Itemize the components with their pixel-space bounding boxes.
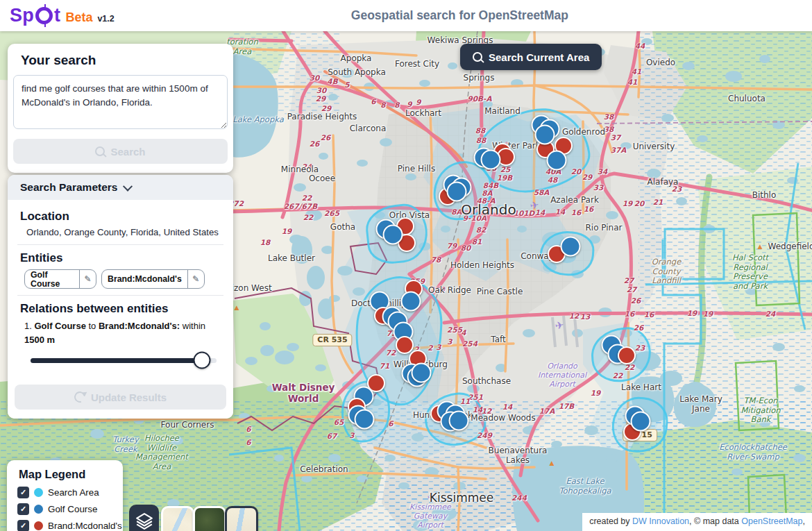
layer-option-satellite[interactable] bbox=[193, 506, 226, 531]
update-results-button[interactable]: Update Results bbox=[15, 385, 226, 410]
relations-heading: Relations between entities bbox=[20, 302, 226, 316]
relation-index: 1. bbox=[24, 321, 32, 331]
attribution-text: created by bbox=[589, 516, 632, 526]
golf-course-marker[interactable] bbox=[561, 237, 581, 257]
search-panel: Your search find me golf courses that ar… bbox=[8, 44, 233, 173]
map-attribution: created by DW Innovation, © map data Ope… bbox=[582, 513, 812, 531]
golf-course-marker[interactable] bbox=[631, 412, 651, 432]
golf-course-marker[interactable] bbox=[383, 225, 403, 245]
golf-course-marker[interactable] bbox=[355, 410, 375, 430]
search-current-area-button[interactable]: Search Current Area bbox=[460, 44, 602, 70]
chevron-down-icon bbox=[123, 182, 133, 192]
openstreetmap-link[interactable]: OpenStreetMap bbox=[741, 516, 802, 526]
search-button[interactable]: Search bbox=[13, 139, 228, 164]
golf-course-marker[interactable] bbox=[401, 292, 421, 312]
legend-item: ✓Golf Course bbox=[17, 503, 117, 515]
relation-distance-value: 1500 m bbox=[24, 335, 55, 345]
app-header: Spt Beta v1.2 Geospatial search for Open… bbox=[0, 0, 812, 31]
search-button-label: Search bbox=[110, 146, 145, 158]
map-legend-rows: ✓Search Area✓Golf Course✓Brand:Mcdonald'… bbox=[12, 487, 117, 531]
legend-item-label: Golf Course bbox=[48, 504, 97, 514]
layer-option-streets[interactable] bbox=[161, 506, 194, 531]
legend-item: ✓Search Area bbox=[17, 487, 117, 498]
slider-thumb[interactable] bbox=[193, 352, 210, 369]
golf-course-marker[interactable] bbox=[535, 125, 555, 145]
search-parameters-body: Location Orlando, Orange County, Florida… bbox=[8, 200, 233, 419]
logo-target-icon bbox=[35, 7, 53, 24]
divider bbox=[17, 244, 223, 245]
relation-to: to bbox=[89, 321, 96, 331]
golf-course-marker[interactable] bbox=[412, 363, 432, 383]
map-legend-title: Map Legend bbox=[19, 468, 117, 481]
divider bbox=[17, 295, 223, 296]
search-current-area-label: Search Current Area bbox=[489, 51, 589, 63]
relation-within: within bbox=[183, 321, 205, 331]
relation-entity2: Brand:Mcdonald's: bbox=[99, 321, 180, 331]
layer-option-detailed[interactable] bbox=[225, 506, 258, 531]
search-query-input[interactable]: find me golf courses that are within 150… bbox=[13, 75, 228, 129]
map-legend: Map Legend ✓Search Area✓Golf Course✓Bran… bbox=[7, 460, 123, 531]
location-heading: Location bbox=[20, 210, 226, 224]
legend-item-label: Search Area bbox=[48, 487, 99, 498]
update-results-label: Update Results bbox=[91, 391, 167, 403]
legend-checkbox[interactable]: ✓ bbox=[17, 503, 29, 515]
logo-beta: Beta bbox=[65, 10, 92, 25]
golf-course-marker[interactable] bbox=[547, 151, 567, 171]
logo-spot: Spt bbox=[10, 5, 60, 26]
entities-heading: Entities bbox=[20, 251, 226, 265]
entity-chips: Golf Course ✎ Brand:Mcdonald's ✎ bbox=[24, 269, 226, 289]
layers-icon bbox=[135, 512, 153, 530]
mcdonalds-marker[interactable] bbox=[396, 336, 414, 354]
location-value: Orlando, Orange County, Florida, United … bbox=[26, 227, 226, 237]
golf-course-marker[interactable] bbox=[481, 150, 501, 170]
search-parameters-panel: Search Parameters Location Orlando, Oran… bbox=[8, 175, 233, 419]
entity-chip-label: Golf Course bbox=[25, 270, 79, 288]
search-icon bbox=[95, 146, 105, 156]
search-parameters-label: Search Parameters bbox=[20, 181, 117, 194]
mcdonalds-marker[interactable] bbox=[618, 346, 636, 364]
slider-fill bbox=[31, 358, 202, 363]
distance-slider[interactable] bbox=[31, 353, 217, 368]
entity-chip-mcdonalds[interactable]: Brand:Mcdonald's ✎ bbox=[101, 269, 205, 289]
golf-course-marker[interactable] bbox=[447, 182, 467, 202]
legend-checkbox[interactable]: ✓ bbox=[17, 520, 29, 531]
page-title: Geospatial search for OpenStreetMap bbox=[115, 8, 812, 23]
legend-color-dot bbox=[34, 488, 43, 497]
edit-pencil-icon[interactable]: ✎ bbox=[79, 270, 96, 288]
attribution-text: , bbox=[803, 516, 805, 526]
legend-color-dot bbox=[34, 505, 43, 514]
logo-version: v1.2 bbox=[97, 14, 114, 24]
search-parameters-header[interactable]: Search Parameters bbox=[8, 175, 233, 200]
legend-item: ✓Brand:Mcdonald's bbox=[17, 520, 117, 531]
layers-button[interactable] bbox=[129, 505, 159, 531]
legend-color-dot bbox=[34, 521, 43, 530]
search-icon bbox=[473, 52, 482, 62]
search-panel-heading: Your search bbox=[21, 53, 228, 68]
relation-entity1: Golf Course bbox=[34, 321, 85, 331]
legend-checkbox[interactable]: ✓ bbox=[17, 487, 29, 498]
relation-item: 1. Golf Course to Brand:Mcdonald's: with… bbox=[24, 319, 222, 347]
golf-course-marker[interactable] bbox=[449, 411, 469, 431]
app-logo: Spt Beta v1.2 bbox=[10, 5, 115, 26]
dw-innovation-link[interactable]: DW Innovation bbox=[632, 516, 689, 526]
attribution-text: , © map data bbox=[689, 516, 741, 526]
entity-chip-golf-course[interactable]: Golf Course ✎ bbox=[24, 269, 96, 289]
edit-pencil-icon[interactable]: ✎ bbox=[187, 270, 204, 288]
legend-item-label: Brand:Mcdonald's bbox=[48, 521, 122, 531]
entity-chip-label: Brand:Mcdonald's bbox=[102, 270, 187, 288]
refresh-icon bbox=[72, 389, 87, 405]
